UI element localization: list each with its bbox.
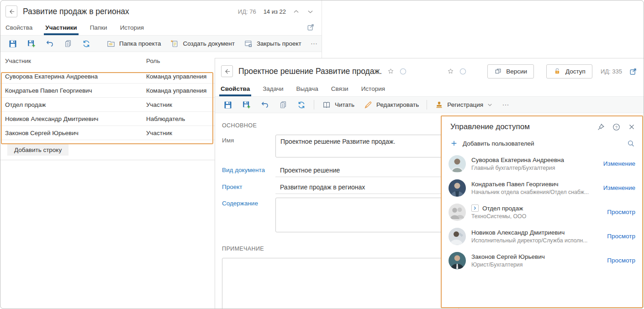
access-button[interactable]: Доступ — [546, 64, 592, 79]
avatar — [449, 228, 466, 245]
versions-label: Версии — [506, 68, 527, 75]
edit-button[interactable]: Редактировать — [360, 99, 422, 111]
entry-name: Суворова Екатерина Андреевна — [471, 157, 564, 163]
edit-label: Редактировать — [376, 101, 419, 108]
expand-group-button[interactable] — [471, 204, 479, 212]
tab-properties[interactable]: Свойства — [5, 20, 32, 35]
tab-history[interactable]: История — [120, 20, 144, 35]
help-button[interactable]: ? — [612, 123, 621, 131]
person-photo-icon — [449, 155, 466, 173]
more-actions-button[interactable]: ⋯ — [498, 99, 513, 111]
avatar — [449, 179, 466, 197]
tab-tasks[interactable]: Задачи — [263, 81, 283, 96]
refresh-icon — [82, 39, 91, 48]
tab-history[interactable]: История — [361, 81, 385, 96]
doc-kind-field-label: Вид документа — [222, 164, 275, 177]
project-field-label: Проект — [222, 181, 275, 194]
project-folder-button[interactable]: Папка проекта — [103, 37, 164, 50]
document-card-header: Проектное решение Развитие продаж. Верси… — [215, 58, 644, 81]
plus-icon — [450, 140, 458, 147]
toolbar-separator — [427, 100, 427, 110]
open-in-window-button[interactable] — [306, 23, 315, 31]
name-field-input[interactable]: Проектное решение Развитие продаж. — [275, 135, 458, 157]
tab-links[interactable]: Связи — [331, 81, 348, 96]
chevron-right-icon — [473, 206, 477, 210]
access-panel-header: Управление доступом ? — [442, 116, 642, 135]
access-entry[interactable]: Законов Сергей Юрьевич Юрист/Бухгалтерия… — [442, 248, 642, 272]
copy-icon — [279, 100, 288, 110]
copy-button[interactable] — [275, 99, 291, 111]
favorite-star-icon[interactable] — [387, 68, 395, 75]
permission-link[interactable]: Просмотр — [607, 233, 635, 240]
pin-panel-button[interactable] — [596, 123, 605, 131]
refresh-button[interactable] — [293, 99, 310, 111]
save-and-create-button[interactable] — [238, 98, 255, 111]
copy-button[interactable] — [60, 37, 76, 50]
undo-icon — [45, 39, 54, 48]
undo-button[interactable] — [257, 99, 273, 111]
back-button[interactable] — [221, 65, 233, 77]
note-field-input[interactable] — [222, 258, 459, 309]
add-row-button[interactable]: Добавить строку — [7, 144, 69, 156]
create-document-button[interactable]: Создать документ — [166, 37, 238, 50]
open-in-window-button[interactable] — [629, 67, 638, 76]
access-entry[interactable]: Кондратьев Павел Георгиевич Начальник от… — [442, 176, 642, 200]
pager-prev-button[interactable] — [292, 8, 300, 16]
permission-link[interactable]: Просмотр — [607, 257, 635, 264]
permission-link[interactable]: Просмотр — [607, 209, 635, 215]
add-users-button[interactable]: Добавить пользователей — [463, 140, 534, 147]
content-field-input[interactable] — [275, 198, 458, 232]
read-button[interactable]: Читать — [318, 99, 358, 111]
permission-link[interactable]: Изменение — [603, 184, 635, 191]
close-icon — [628, 123, 636, 131]
permission-link[interactable]: Изменение — [603, 160, 635, 167]
document-id-badge: ИД: 335 — [601, 68, 622, 75]
search-users-button[interactable] — [627, 139, 635, 148]
document-title: Проектное решение Развитие продаж. — [238, 67, 382, 76]
star-outline-icon — [387, 68, 395, 75]
entry-name: Законов Сергей Юрьевич — [471, 253, 545, 260]
entry-position: ТехноСистемы, ООО — [471, 213, 603, 220]
pushpin-icon — [596, 123, 605, 131]
lock-icon — [553, 67, 561, 75]
chevron-down-icon — [487, 102, 493, 108]
project-folder-label: Папка проекта — [119, 40, 161, 47]
close-project-button[interactable]: Закрыть проект — [240, 37, 305, 50]
doc-kind-field-input[interactable]: Проектное решение — [275, 164, 458, 177]
project-title: Развитие продаж в регионах — [23, 7, 129, 16]
favorite-star-icon[interactable] — [447, 68, 454, 75]
tab-participants[interactable]: Участники — [45, 20, 77, 35]
save-button[interactable] — [5, 37, 21, 50]
access-entry[interactable]: Отдел продаж ТехноСистемы, ООО Просмотр — [442, 200, 642, 224]
undo-button[interactable] — [42, 37, 58, 50]
more-actions-button[interactable]: ⋯ — [307, 38, 322, 50]
open-in-new-icon — [629, 67, 638, 76]
close-panel-button[interactable] — [628, 123, 636, 131]
back-button[interactable] — [5, 5, 17, 17]
versions-button[interactable]: Версии — [487, 64, 534, 79]
book-icon — [322, 100, 331, 110]
participant-cell: Отдел продаж — [0, 101, 145, 108]
toolbar-separator — [314, 100, 314, 110]
entry-info: Суворова Екатерина Андреевна Главный бух… — [471, 157, 600, 171]
access-entry[interactable]: Новиков Александр Дмитриевич Исполнитель… — [442, 224, 642, 248]
tab-folders[interactable]: Папки — [90, 20, 107, 35]
registration-button[interactable]: Регистрация — [431, 99, 496, 111]
save-icon — [8, 39, 17, 48]
project-field-input[interactable]: Развитие продаж в регионах — [275, 181, 458, 194]
tab-properties[interactable]: Свойства — [221, 81, 250, 96]
access-management-panel: Управление доступом ? Добавить пользоват… — [441, 115, 643, 308]
access-entry[interactable]: Суворова Екатерина Андреевна Главный бух… — [442, 152, 642, 176]
save-button[interactable] — [220, 99, 236, 111]
save-and-create-button[interactable] — [23, 37, 40, 50]
refresh-button[interactable] — [78, 37, 95, 50]
project-card-header: Развитие продаж в регионах ИД: 76 14 из … — [0, 0, 322, 20]
chevron-down-icon — [306, 8, 314, 16]
create-document-label: Создать документ — [183, 40, 235, 47]
question-circle-icon: ? — [612, 123, 621, 131]
entry-position: Исполнительный директор/Служба исполн... — [471, 237, 603, 244]
participant-cell: Суворова Екатерина Андреевна — [0, 73, 145, 80]
pager-next-button[interactable] — [306, 8, 314, 16]
tab-issuance[interactable]: Выдача — [296, 81, 318, 96]
participant-cell: Законов Сергей Юрьевич — [0, 130, 145, 136]
